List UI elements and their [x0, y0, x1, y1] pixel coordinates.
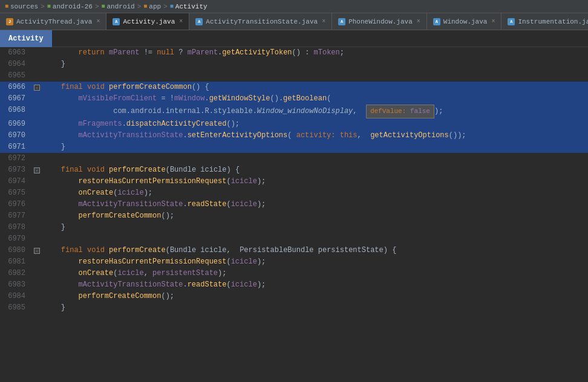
code-line-6975: 6975 onCreate(icicle);	[0, 187, 588, 199]
fold-6966[interactable]: -	[31, 82, 42, 93]
activity-icon: A	[113, 18, 120, 25]
breadcrumb-android26[interactable]: ■ android-26	[47, 3, 93, 10]
code-line-6979: 6979	[0, 233, 588, 245]
fold-6980[interactable]: -	[31, 245, 42, 256]
code-line-6965: 6965	[0, 70, 588, 82]
code-line-6983: 6983 mActivityTransitionState.readState(…	[0, 279, 588, 291]
activity-label-row: Activity	[0, 30, 588, 47]
code-line-6980: 6980 - final void performCreate(Bundle i…	[0, 245, 588, 256]
code-line-6963: 6963 return mParent != null ? mParent.ge…	[0, 47, 588, 59]
phonewindow-icon: A	[338, 18, 345, 25]
tab-activity[interactable]: A Activity.java ×	[106, 13, 189, 30]
instrumentation-icon: A	[508, 18, 515, 25]
code-line-6978: 6978 }	[0, 222, 588, 233]
tab-close-activity[interactable]: ×	[179, 18, 183, 25]
tab-phonewindow[interactable]: A PhoneWindow.java ×	[332, 13, 427, 30]
activity-transition-icon: A	[195, 18, 203, 25]
java-icon: J	[6, 18, 13, 25]
code-line-6973: 6973 - final void performCreate(Bundle i…	[0, 164, 588, 176]
code-line-6984: 6984 performCreateCommon();	[0, 291, 588, 302]
code-line-6974: 6974 restoreHasCurrentPermissionRequest(…	[0, 176, 588, 187]
code-line-6977: 6977 performCreateCommon();	[0, 210, 588, 222]
window-icon: A	[433, 18, 440, 25]
code-line-6968: 6968 com.android.internal.R.styleable.Wi…	[0, 105, 588, 118]
code-line-6967: 6967 mVisibleFromClient = !mWindow.getWi…	[0, 93, 588, 105]
breadcrumb-sources[interactable]: ■ sources	[5, 3, 38, 10]
code-line-6970: 6970 mActivityTransitionState.setEnterAc…	[0, 130, 588, 141]
activity-label: Activity	[0, 30, 52, 47]
tab-close-window[interactable]: ×	[491, 18, 495, 25]
code-area: 6963 return mParent != null ? mParent.ge…	[0, 47, 588, 382]
code-line-6971: 6971 }	[0, 141, 588, 153]
tab-bar: J ActivityThread.java × A Activity.java …	[0, 13, 588, 30]
breadcrumb-bar: ■ sources > ■ android-26 > ■ android > ■…	[0, 0, 588, 13]
code-line-6982: 6982 onCreate(icicle, persistentState);	[0, 268, 588, 279]
breadcrumb-android[interactable]: ■ android	[101, 3, 134, 10]
code-line-6976: 6976 mActivityTransitionState.readState(…	[0, 199, 588, 210]
code-line-6972: 6972	[0, 153, 588, 164]
tab-activitytransitionstate[interactable]: A ActivityTransitionState.java ×	[189, 13, 332, 30]
code-line-6966: 6966 - final void performCreateCommon() …	[0, 82, 588, 93]
tab-instrumentation[interactable]: A Instrumentation.java ×	[501, 13, 588, 30]
code-line-6985: 6985 }	[0, 302, 588, 314]
tab-close-phonewindow[interactable]: ×	[417, 18, 420, 25]
tab-activitythread[interactable]: J ActivityThread.java ×	[0, 13, 106, 30]
tab-window[interactable]: A Window.java ×	[427, 13, 502, 30]
code-line-6969: 6969 mFragments.dispatchActivityCreated(…	[0, 118, 588, 130]
code-line-6964: 6964 }	[0, 59, 588, 70]
breadcrumb-activity[interactable]: ■ Activity	[170, 3, 207, 10]
fold-6973[interactable]: -	[31, 164, 42, 176]
breadcrumb-app[interactable]: ■ app	[143, 3, 161, 10]
code-line-6981: 6981 restoreHasCurrentPermissionRequest(…	[0, 256, 588, 268]
tab-close-activitytransitionstate[interactable]: ×	[322, 18, 325, 25]
tab-close-activitythread[interactable]: ×	[96, 18, 100, 25]
